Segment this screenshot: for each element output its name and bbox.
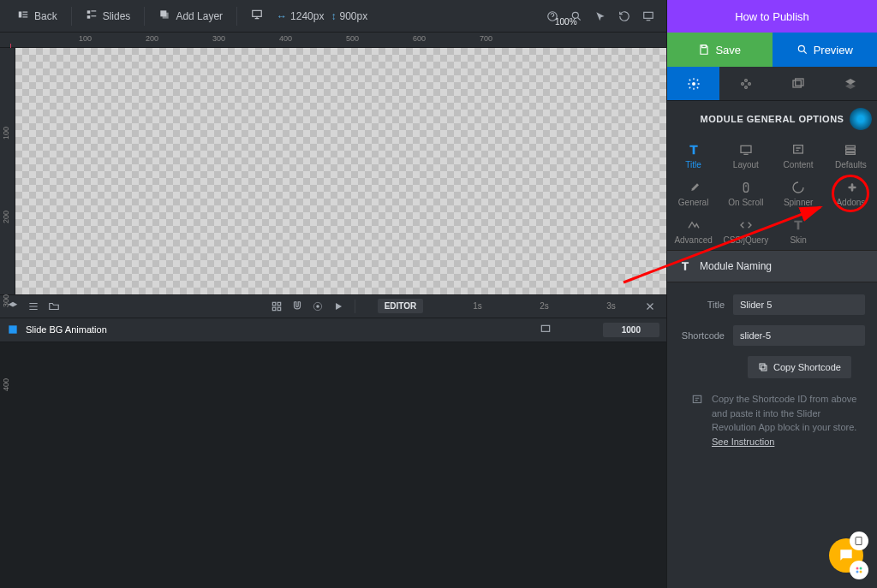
back-icon	[17, 9, 29, 23]
layer-options-icon[interactable]	[540, 324, 552, 336]
svg-rect-37	[846, 146, 856, 148]
option-addons[interactable]: Addons	[825, 175, 877, 212]
sidebar-main-tabs	[667, 67, 877, 101]
option-spinner[interactable]: Spinner	[773, 175, 825, 212]
option-skin[interactable]: Skin	[773, 212, 825, 250]
module-naming-panel-header[interactable]: Module Naming	[667, 250, 877, 282]
horizontal-ruler: 100 200 300 400 500 600 700	[0, 33, 666, 48]
tab-layer[interactable]	[825, 67, 877, 100]
title-field-label: Title	[679, 300, 725, 310]
width-arrows-icon: ↔	[277, 10, 287, 22]
top-toolbar: Back Slides Add Layer ↔ 1240px ↕ 900px	[0, 0, 666, 33]
editor-mode-badge[interactable]: EDITOR	[378, 299, 424, 313]
timeline-ruler[interactable]: 1s 2s 3s 4s 5s 6s	[438, 295, 632, 318]
settings-dot-icon[interactable]	[312, 300, 324, 312]
svg-rect-1	[22, 12, 27, 13]
help-icon	[691, 394, 703, 448]
svg-point-46	[856, 567, 859, 570]
timeline-track-area[interactable]	[0, 342, 666, 589]
copy-shortcode-button[interactable]: Copy Shortcode	[748, 356, 851, 378]
svg-rect-15	[272, 302, 276, 306]
width-display[interactable]: ↔ 1240px	[273, 0, 327, 32]
svg-point-47	[860, 567, 862, 570]
grid-icon[interactable]	[271, 300, 283, 312]
svg-rect-43	[693, 395, 701, 402]
monitor-icon[interactable]	[642, 10, 654, 22]
divider	[236, 7, 237, 26]
option-advanced[interactable]: Advanced	[667, 212, 719, 250]
tab-general-settings[interactable]	[667, 67, 719, 100]
publish-label: How to Publish	[735, 10, 809, 23]
svg-rect-18	[277, 307, 281, 311]
svg-marker-21	[336, 302, 342, 309]
back-button[interactable]: Back	[7, 0, 68, 32]
option-defaults[interactable]: Defaults	[825, 137, 877, 175]
frame-value-badge[interactable]: 1000	[603, 323, 659, 337]
desktop-icon	[251, 9, 263, 23]
undo-icon[interactable]	[618, 10, 630, 22]
add-layer-button[interactable]: Add Layer	[148, 0, 233, 32]
slides-icon	[86, 9, 98, 23]
svg-point-29	[745, 86, 748, 88]
height-arrows-icon: ↕	[331, 10, 336, 22]
preview-button[interactable]: Preview	[773, 33, 878, 67]
chat-fab[interactable]	[829, 538, 863, 573]
right-sidebar: How to Publish Save Preview MODULE GENER…	[666, 0, 877, 588]
app-mini-fab[interactable]	[850, 561, 868, 579]
option-css-jquery[interactable]: CSS/jQuery	[719, 212, 772, 250]
slides-button[interactable]: Slides	[75, 0, 141, 32]
shortcode-input[interactable]	[733, 325, 865, 346]
help-text-body: Copy the Shortcode ID from above and pas…	[712, 394, 856, 432]
svg-rect-38	[846, 149, 856, 151]
svg-rect-3	[22, 16, 27, 17]
svg-point-48	[856, 571, 859, 573]
svg-rect-7	[91, 15, 96, 16]
how-to-publish-banner[interactable]: How to Publish	[667, 0, 877, 33]
folder-icon[interactable]	[48, 300, 60, 312]
add-layer-label: Add Layer	[176, 10, 223, 22]
pointer-icon[interactable]	[594, 10, 606, 22]
svg-rect-36	[794, 145, 803, 152]
save-button[interactable]: Save	[667, 33, 773, 67]
play-icon[interactable]	[332, 300, 344, 312]
svg-marker-34	[845, 83, 856, 89]
svg-point-49	[860, 571, 862, 573]
divider	[71, 7, 72, 26]
device-desktop-button[interactable]	[241, 0, 273, 32]
height-display[interactable]: ↕ 900px	[327, 0, 371, 32]
option-layout[interactable]: Layout	[719, 137, 772, 175]
module-naming-form: Title Shortcode Copy Shortcode Copy the …	[667, 282, 877, 460]
list-icon[interactable]	[27, 300, 39, 312]
magnet-icon[interactable]	[291, 300, 303, 312]
svg-rect-10	[253, 10, 262, 16]
vertical-ruler: 100 200 300 400	[0, 48, 15, 294]
layer-name-label: Slide BG Animation	[26, 324, 107, 335]
option-general[interactable]: General	[667, 175, 719, 212]
fab-group	[829, 538, 863, 573]
svg-rect-39	[846, 152, 856, 154]
option-on-scroll[interactable]: On Scroll	[719, 175, 772, 212]
section-title: MODULE GENERAL OPTIONS	[701, 114, 844, 124]
svg-rect-0	[19, 12, 22, 18]
see-instruction-link[interactable]: See Instruction	[712, 437, 774, 447]
save-icon	[698, 44, 710, 56]
close-timeline-icon[interactable]	[641, 300, 659, 312]
tab-slide[interactable]	[773, 67, 825, 100]
svg-rect-17	[272, 307, 276, 311]
tab-navigation[interactable]	[719, 67, 772, 100]
back-label: Back	[34, 10, 57, 22]
slide-canvas[interactable]	[15, 48, 666, 294]
preview-label: Preview	[814, 44, 853, 56]
option-title[interactable]: Title	[667, 137, 719, 175]
timeline-layer-row[interactable]: Slide BG Animation 1000	[0, 318, 666, 342]
svg-rect-31	[793, 80, 801, 87]
option-content[interactable]: Content	[773, 137, 825, 175]
title-input[interactable]	[733, 294, 865, 315]
svg-point-28	[745, 79, 748, 81]
section-badge-icon[interactable]	[850, 108, 872, 130]
shortcode-field-label: Shortcode	[679, 330, 725, 341]
svg-rect-35	[741, 146, 751, 152]
help-mini-fab[interactable]	[850, 532, 868, 550]
svg-rect-40	[743, 182, 748, 192]
option-empty	[825, 212, 877, 250]
